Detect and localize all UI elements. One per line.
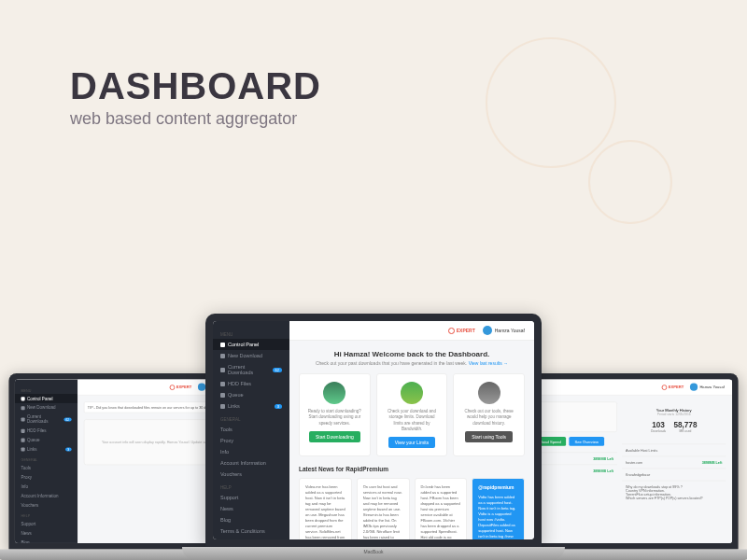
queue-icon (220, 393, 225, 398)
rocket-icon (323, 382, 345, 404)
document-icon (478, 382, 500, 404)
link-icon (220, 404, 225, 409)
list-icon (220, 368, 225, 372)
faq-list[interactable]: Why do my downloads stop at 99% ? Countr… (622, 481, 726, 504)
card-limits: Check your download and storage limits. … (376, 373, 448, 456)
card-download: Ready to start downloading? Start downlo… (299, 373, 371, 456)
download-icon (21, 406, 25, 410)
start-downloading-button[interactable]: Start Downloading (309, 431, 360, 442)
start-tools-button[interactable]: Start using Tools (465, 431, 513, 442)
sidebar-item-queue[interactable]: Queue (213, 389, 289, 400)
sidebar-item-links[interactable]: Links3 (15, 444, 78, 454)
laptop-label: MacBook (182, 547, 565, 554)
sidebar-item-links[interactable]: Links3 (213, 400, 289, 412)
knowledgebase-title: Knowledgebase (622, 469, 726, 481)
twitter-handle: @rapidpremium (478, 484, 518, 492)
list-icon (21, 417, 25, 421)
sidebar-item-current-downloads[interactable]: Current Downloads62 (15, 413, 78, 427)
news-title: Latest News for RapidPremium (299, 466, 525, 472)
sidebar-item-control-panel[interactable]: Control Panel (15, 394, 78, 403)
sidebar-item-hdd[interactable]: HDD Files (15, 427, 78, 436)
view-limits-button[interactable]: View your Limits (388, 437, 435, 448)
view-results-link[interactable]: View last results → (469, 360, 508, 366)
hero-subtitle: web based content aggregator (70, 109, 321, 129)
sidebar: MENU Control Panel New Download Current … (213, 321, 289, 539)
sidebar-item-hdd[interactable]: HDD Files (213, 378, 289, 389)
topbar: EXPERT Hamza Yousaf (289, 321, 534, 341)
panel-icon (220, 343, 225, 347)
download-icon (220, 354, 225, 358)
hero: DASHBOARD web based content aggregator (70, 65, 321, 129)
sidebar: MENU Control Panel New Download Current … (15, 379, 78, 542)
user-menu[interactable]: Hamza Yousaf (483, 326, 525, 335)
sidebar-item-queue[interactable]: Queue (15, 435, 78, 444)
news-item: Video.me has been added as a supported h… (299, 478, 352, 539)
panel-icon (21, 397, 25, 400)
sidebar-item-current-downloads[interactable]: Current Downloads62 (213, 361, 289, 378)
laptop-center: MENU Control Panel New Download Current … (182, 314, 565, 560)
host-limits-label: Available Host Limits (622, 443, 726, 455)
link-icon (21, 447, 25, 451)
mockup-group: MENU Control Panel New Download Current … (0, 271, 747, 560)
avatar (483, 326, 492, 335)
news-item: On user list host and services at normal… (357, 478, 410, 539)
monthly-history: Your Monthly History Period starts 12/05… (622, 401, 726, 443)
sidebar-item-new-download[interactable]: New Download (15, 403, 78, 413)
sidebar-item-new-download[interactable]: New Download (213, 350, 289, 361)
twitter-card[interactable]: @rapidpremiumVidto has been added as a s… (472, 478, 525, 539)
avatar (690, 384, 698, 391)
welcome-title: Hi Hamza! Welcome back to the Dashboard. (299, 350, 525, 358)
card-tools: Check out our tools, these would help yo… (453, 373, 525, 456)
news-item: Dr.Icedr has been added as a supported h… (415, 478, 468, 539)
plan-badge: EXPERT (448, 328, 475, 334)
welcome-header: Hi Hamza! Welcome back to the Dashboard.… (299, 350, 525, 366)
sidebar-item-control-panel[interactable]: Control Panel (213, 339, 289, 350)
see-overview-button[interactable]: See Overview (570, 437, 604, 446)
user-menu[interactable]: Hamza Yousaf (690, 384, 725, 391)
hero-title: DASHBOARD (70, 65, 321, 107)
chart-icon (401, 382, 423, 404)
plan-badge: EXPERT (661, 385, 684, 390)
hdd-icon (220, 382, 225, 386)
queue-icon (21, 438, 25, 441)
hdd-icon (21, 428, 25, 432)
